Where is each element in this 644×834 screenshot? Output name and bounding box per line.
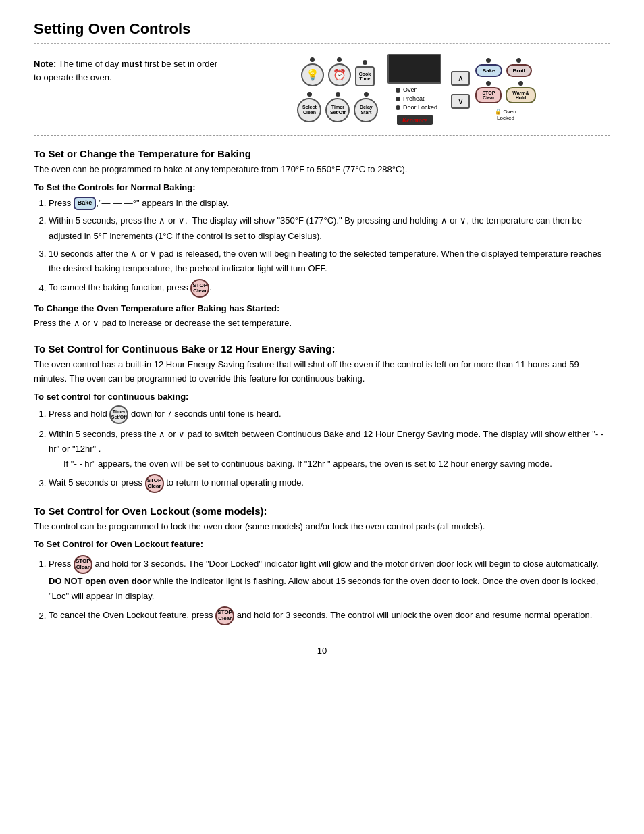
bake-button[interactable]: Bake: [475, 58, 502, 77]
clock-button: ⏰: [328, 57, 351, 86]
controls-diagram: 💡 ⏰ CookTime SelectClean: [223, 54, 610, 125]
indicators: Oven Preheat Door Locked: [396, 86, 437, 111]
lockout-subheading: To Set Control for Oven Lockout feature:: [34, 538, 610, 552]
stop-inline-btn-2: STOPClear: [145, 474, 164, 493]
kenmore-logo: Kenmore: [397, 115, 433, 125]
note-area: Note: The time of day must first be set …: [34, 54, 223, 125]
continuous-section: To Set Control for Continuous Bake or 12…: [34, 343, 610, 493]
right-buttons: Bake Broil STOPClear Warm&Hold 🔒 OvenLoc…: [475, 58, 535, 121]
baking-heading: To Set or Change the Temperature for Bak…: [34, 148, 610, 159]
oven-display: [387, 54, 441, 84]
cook-time-button: CookTime: [355, 60, 375, 86]
page-title: Setting Oven Controls: [34, 20, 610, 38]
continuous-step-2: Within 5 seconds, press the ∧ or ∨ pad t…: [49, 427, 610, 471]
lockout-steps: Press STOPClear and hold for 3 seconds. …: [49, 555, 610, 625]
stop-inline-btn-4: STOPClear: [215, 606, 234, 625]
up-arrow-button[interactable]: ∧: [451, 71, 470, 86]
light-button: 💡: [301, 57, 324, 86]
continuous-step-1: Press and hold TimerSet/Off down for 7 s…: [49, 405, 610, 424]
baking-step-1: Press Bake,"— — —°" appears in the displ…: [49, 196, 610, 211]
baking-section: To Set or Change the Temperature for Bak…: [34, 148, 610, 331]
change-temp-text: Press the ∧ or ∨ pad to increase or decr…: [34, 317, 610, 331]
continuous-step-3: Wait 5 seconds or press STOPClear to ret…: [49, 474, 610, 493]
bake-inline-btn: Bake: [74, 197, 97, 210]
baking-intro: The oven can be programmed to bake at an…: [34, 163, 610, 177]
baking-step-4: To cancel the baking function, press STO…: [49, 279, 610, 298]
warm-hold-button[interactable]: Warm&Hold: [506, 81, 535, 103]
timer-inline-btn: TimerSet/Off: [109, 405, 128, 424]
baking-step-3: 10 seconds after the ∧ or ∨ pad is relea…: [49, 246, 610, 277]
note-label: Note:: [34, 59, 56, 69]
baking-step-2: Within 5 seconds, press the ∧ or ∨. The …: [49, 213, 610, 244]
baking-subheading: To Set the Controls for Normal Baking:: [34, 182, 610, 192]
continuous-subheading: To set control for continuous baking:: [34, 392, 610, 402]
stop-inline-btn-3: STOPClear: [74, 555, 92, 574]
change-temp-heading: To Change the Oven Temperature after Bak…: [34, 303, 610, 313]
select-clean-button: SelectClean: [297, 92, 321, 122]
broil-button[interactable]: Broil: [506, 58, 532, 77]
lockout-heading: To Set Control for Oven Lockout (some mo…: [34, 505, 610, 517]
continuous-step-2-note: If "- - hr" appears, the oven will be se…: [63, 457, 610, 471]
page-number: 10: [34, 646, 610, 656]
arrow-buttons: ∧ ∨: [451, 71, 470, 109]
lockout-section: To Set Control for Oven Lockout (some mo…: [34, 505, 610, 625]
down-arrow-button[interactable]: ∨: [451, 94, 470, 109]
note-text: Note: The time of day must first be set …: [34, 57, 223, 84]
stop-clear-button[interactable]: STOPClear: [475, 81, 502, 103]
continuous-heading: To Set Control for Continuous Bake or 12…: [34, 343, 610, 355]
top-section: Note: The time of day must first be set …: [34, 54, 610, 136]
baking-steps: Press Bake,"— — —°" appears in the displ…: [49, 196, 610, 298]
continuous-intro: The oven control has a built-in 12 Hour …: [34, 358, 610, 386]
lockout-intro: The control can be programmed to lock th…: [34, 520, 610, 534]
timer-set-off-button: TimerSet/Off: [325, 92, 350, 122]
stop-inline-btn: STOPClear: [190, 279, 209, 298]
continuous-steps: Press and hold TimerSet/Off down for 7 s…: [49, 405, 610, 494]
lockout-step-1: Press STOPClear and hold for 3 seconds. …: [49, 555, 610, 604]
lockout-step-2: To cancel the Oven Lockout feature, pres…: [49, 606, 610, 625]
delay-start-button: DelayStart: [354, 92, 378, 122]
